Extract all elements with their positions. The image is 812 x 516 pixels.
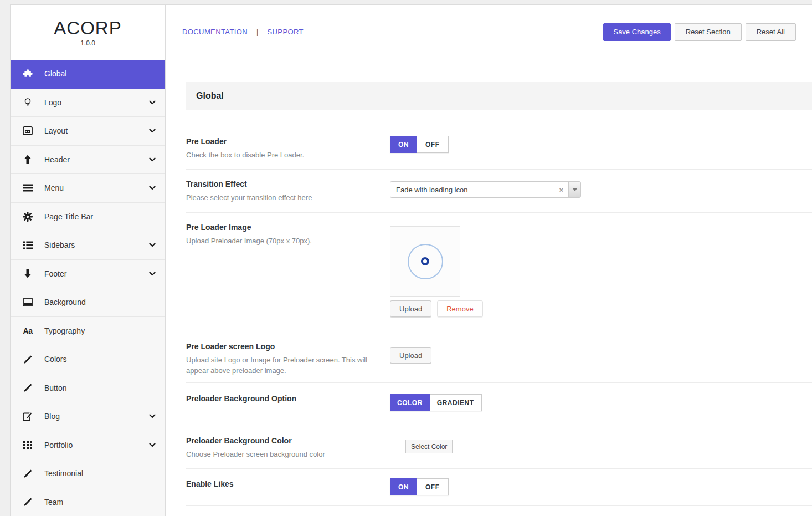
brush-icon xyxy=(22,497,33,507)
layout-icon xyxy=(22,126,33,135)
pre-loader-toggle: ON OFF xyxy=(390,136,449,153)
color-option-button[interactable]: COLOR xyxy=(390,394,430,411)
topbar: DOCUMENTATION | SUPPORT Save Changes Res… xyxy=(166,5,812,59)
sidebar-item-colors[interactable]: Colors xyxy=(11,345,165,374)
background-option-toggle: COLOR GRADIENT xyxy=(390,394,482,411)
theme-options-page: ACORP 1.0.0 Global Logo xyxy=(0,0,812,516)
enable-likes-toggle: ON OFF xyxy=(390,478,449,495)
sidebar-item-label: Header xyxy=(44,155,70,164)
chevron-down-icon xyxy=(149,414,156,418)
grid-icon xyxy=(22,441,33,449)
sidebar-item-blog[interactable]: Blog xyxy=(11,402,165,431)
topbar-actions: Save Changes Reset Section Reset All xyxy=(603,23,796,41)
list-icon xyxy=(22,241,33,249)
lightbulb-icon xyxy=(22,98,33,108)
setting-row-transition-effect: Transition Effect Please select your tra… xyxy=(186,170,812,213)
documentation-link[interactable]: DOCUMENTATION xyxy=(182,28,248,36)
sidebar-item-testimonial[interactable]: Testimonial xyxy=(11,459,165,488)
field-label: Pre Loader xyxy=(186,137,812,146)
clear-icon[interactable] xyxy=(559,186,563,194)
sidebar-item-footer[interactable]: Footer xyxy=(11,260,165,289)
sidebar-item-global[interactable]: Global xyxy=(11,60,165,89)
setting-row-pre-loader: Pre Loader Check the box to disable Pre … xyxy=(186,110,812,170)
transition-effect-select[interactable]: Fade with loading icon xyxy=(390,181,581,198)
pre-loader-off-button[interactable]: OFF xyxy=(417,136,449,153)
field-description: Please select your transition effect her… xyxy=(186,193,383,203)
setting-row-preloader-background-color: Preloader Background Color Choose Preloa… xyxy=(186,426,812,469)
brand-logo: ACORP 1.0.0 xyxy=(11,5,165,60)
field-description: Upload site Logo or Image for Preloader … xyxy=(186,355,383,376)
sidebar-item-page-title-bar[interactable]: Page Title Bar xyxy=(11,203,165,232)
brush-icon xyxy=(22,355,33,364)
field-label: Enable Likes xyxy=(186,479,812,488)
chevron-down-icon xyxy=(149,243,156,247)
reset-section-button[interactable]: Reset Section xyxy=(675,23,742,41)
setting-row-pre-loader-screen-logo: Pre Loader screen Logo Upload site Logo … xyxy=(186,333,812,383)
chevron-down-icon xyxy=(149,443,156,447)
arrow-up-icon xyxy=(22,155,33,164)
setting-row-enable-likes: Enable Likes ON OFF xyxy=(186,469,812,506)
sidebar-item-label: Blog xyxy=(44,412,60,421)
sidebar-item-menu[interactable]: Menu xyxy=(11,174,165,203)
sidebar-item-label: Colors xyxy=(44,355,66,364)
sidebar-item-sidebars[interactable]: Sidebars xyxy=(11,231,165,260)
sidebar-item-label: Background xyxy=(44,298,86,306)
section-heading: Global xyxy=(186,82,812,110)
gradient-option-button[interactable]: GRADIENT xyxy=(430,394,482,411)
preloader-image-preview xyxy=(390,226,460,297)
select-color-button[interactable]: Select Color xyxy=(406,440,453,453)
enable-likes-on-button[interactable]: ON xyxy=(390,478,417,495)
save-changes-button[interactable]: Save Changes xyxy=(603,23,670,41)
typography-icon: Aa xyxy=(22,326,33,335)
page-title: Global xyxy=(196,91,224,101)
sidebar-item-button[interactable]: Button xyxy=(11,374,165,403)
arrow-down-icon xyxy=(22,269,33,278)
sidebar-item-team[interactable]: Team xyxy=(11,488,165,516)
sidebar-item-label: Global xyxy=(44,69,66,78)
sidebar-item-label: Team xyxy=(44,498,63,507)
upload-logo-button[interactable]: Upload xyxy=(390,347,431,364)
remove-image-button[interactable]: Remove xyxy=(437,300,482,317)
upload-image-button[interactable]: Upload xyxy=(390,300,431,317)
brand-version: 1.0.0 xyxy=(80,39,95,47)
sidebar-item-label: Sidebars xyxy=(44,241,75,249)
main-panel: DOCUMENTATION | SUPPORT Save Changes Res… xyxy=(166,4,812,516)
reset-all-button[interactable]: Reset All xyxy=(746,23,796,41)
spinner-inner-circle xyxy=(421,257,429,265)
sidebar-item-label: Logo xyxy=(44,98,61,107)
brand-name: ACORP xyxy=(54,18,121,39)
sidebar: ACORP 1.0.0 Global Logo xyxy=(10,4,166,516)
link-separator: | xyxy=(256,28,258,36)
sidebar-item-header[interactable]: Header xyxy=(11,146,165,175)
support-link[interactable]: SUPPORT xyxy=(268,28,304,36)
chevron-down-icon xyxy=(149,272,156,276)
color-swatch[interactable] xyxy=(390,440,406,453)
sidebar-item-background[interactable]: Background xyxy=(11,288,165,317)
sidebar-menu: Global Logo Layout xyxy=(11,60,165,516)
sidebar-item-logo[interactable]: Logo xyxy=(11,89,165,117)
field-label: Preloader Background Option xyxy=(186,394,812,403)
image-icon xyxy=(22,298,33,306)
brush-icon xyxy=(22,383,33,392)
sidebar-item-label: Portfolio xyxy=(44,441,73,449)
field-label: Pre Loader screen Logo xyxy=(186,342,812,351)
sidebar-item-label: Layout xyxy=(44,126,68,135)
puzzle-icon xyxy=(22,69,33,79)
field-label: Pre Loader Image xyxy=(186,223,812,232)
chevron-down-icon xyxy=(149,157,156,162)
sidebar-item-label: Typography xyxy=(44,326,85,335)
enable-likes-off-button[interactable]: OFF xyxy=(417,478,449,495)
sidebar-item-label: Testimonial xyxy=(44,469,83,478)
sidebar-item-label: Menu xyxy=(44,183,64,192)
field-description: Choose Preloader screen background color xyxy=(186,449,383,460)
sidebar-item-portfolio[interactable]: Portfolio xyxy=(11,431,165,460)
chevron-down-icon xyxy=(149,186,156,190)
sidebar-item-typography[interactable]: Aa Typography xyxy=(11,317,165,346)
dropdown-arrow-icon[interactable] xyxy=(568,182,580,197)
sidebar-item-layout[interactable]: Layout xyxy=(11,117,165,146)
menu-bars-icon xyxy=(22,184,33,192)
brush-icon xyxy=(22,469,33,478)
field-label: Preloader Background Color xyxy=(186,436,812,445)
pre-loader-on-button[interactable]: ON xyxy=(390,136,417,153)
setting-row-preloader-background-option: Preloader Background Option COLOR GRADIE… xyxy=(186,383,812,426)
